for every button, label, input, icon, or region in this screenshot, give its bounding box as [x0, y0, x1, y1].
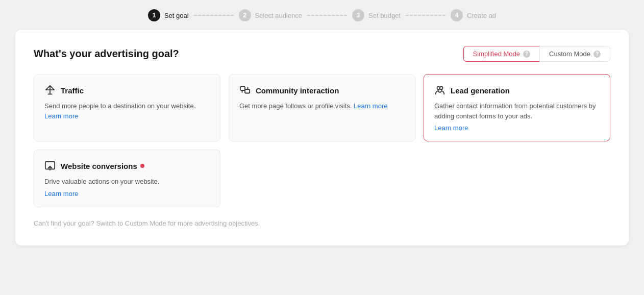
goal-card-community-header: Community interaction [239, 85, 405, 96]
step-2-circle: 2 [239, 9, 251, 21]
step-1-label: Set goal [164, 12, 189, 19]
goal-leadgen-title: Lead generation [451, 86, 510, 95]
leadgen-learn-more-link[interactable]: Learn more [434, 124, 600, 132]
step-3: 3 Set budget [352, 9, 401, 21]
conversions-icon [44, 160, 56, 171]
step-2-label: Select audience [255, 12, 303, 19]
page-title: What's your advertising goal? [34, 48, 179, 60]
goal-community-desc: Get more page follows or profile visits.… [239, 101, 405, 111]
step-3-label: Set budget [368, 12, 401, 19]
goal-conversions-title: Website conversions [61, 162, 144, 170]
empty-cell-2 [424, 150, 610, 207]
goals-grid-row1: Traffic Send more people to a destinatio… [34, 74, 610, 141]
step-3-circle: 3 [352, 9, 364, 21]
goal-card-community[interactable]: Community interaction Get more page foll… [229, 74, 415, 141]
goal-leadgen-desc: Gather contact information from potentia… [434, 101, 600, 121]
svg-rect-3 [240, 87, 245, 90]
step-4-label: Create ad [467, 12, 496, 19]
custom-mode-button[interactable]: Custom Mode ? [539, 46, 610, 62]
goal-traffic-desc: Send more people to a destination on you… [44, 101, 210, 121]
main-card: What's your advertising goal? Simplified… [15, 30, 629, 245]
step-2: 2 Select audience [239, 9, 303, 21]
goal-card-conversions[interactable]: Website conversions Drive valuable actio… [34, 150, 220, 207]
goal-community-title: Community interaction [256, 86, 339, 95]
simplified-mode-help-icon[interactable]: ? [523, 51, 530, 58]
step-4-circle: 4 [451, 9, 463, 21]
goal-conversions-desc: Drive valuable actions on your website. [44, 177, 210, 187]
step-1-circle: 1 [148, 9, 160, 21]
step-dots-1-2 [194, 15, 234, 16]
simplified-mode-label: Simplified Mode [473, 50, 521, 58]
mode-buttons: Simplified Mode ? Custom Mode ? [463, 46, 610, 62]
conversions-learn-more-link[interactable]: Learn more [44, 190, 210, 198]
goal-card-leadgen[interactable]: Lead generation Gather contact informati… [424, 74, 610, 141]
goal-card-traffic[interactable]: Traffic Send more people to a destinatio… [34, 74, 220, 141]
traffic-icon [44, 85, 56, 96]
custom-mode-help-icon[interactable]: ? [593, 51, 601, 58]
community-learn-more-link[interactable]: Learn more [354, 102, 387, 110]
step-4: 4 Create ad [451, 9, 496, 21]
card-footer: Can't find your goal? Switch to Custom M… [34, 219, 610, 227]
community-icon [239, 85, 251, 96]
step-1: 1 Set goal [148, 9, 189, 21]
stepper: 1 Set goal 2 Select audience 3 Set budge… [0, 0, 644, 30]
custom-mode-label: Custom Mode [549, 50, 590, 58]
svg-rect-4 [245, 89, 250, 93]
goal-card-conversions-header: Website conversions [44, 160, 210, 171]
goal-traffic-title: Traffic [61, 86, 84, 95]
traffic-learn-more-link[interactable]: Learn more [44, 112, 78, 120]
svg-point-8 [440, 87, 443, 90]
goal-card-traffic-header: Traffic [44, 85, 210, 96]
goal-card-leadgen-header: Lead generation [434, 85, 600, 96]
conversions-badge [140, 164, 144, 168]
empty-cell-1 [229, 150, 415, 207]
card-header: What's your advertising goal? Simplified… [34, 46, 610, 62]
step-dots-3-4 [406, 15, 445, 16]
goals-grid-row2: Website conversions Drive valuable actio… [34, 150, 610, 207]
simplified-mode-button[interactable]: Simplified Mode ? [463, 46, 540, 62]
step-dots-2-3 [307, 15, 347, 16]
leadgen-icon [434, 85, 445, 96]
